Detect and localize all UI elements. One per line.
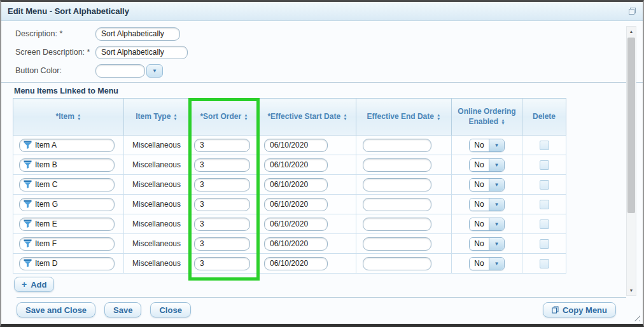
- column-header-item[interactable]: *Item▲▼: [13, 99, 124, 136]
- item-filter-icon[interactable]: [24, 141, 32, 150]
- chevron-down-icon: ▼: [489, 159, 504, 171]
- item-filter-icon[interactable]: [24, 160, 32, 169]
- table-row: Miscellaneous No▼: [13, 155, 566, 175]
- item-filter-icon[interactable]: [24, 239, 32, 248]
- start-date-input[interactable]: [264, 218, 328, 231]
- start-date-input[interactable]: [264, 198, 328, 211]
- description-input[interactable]: [95, 27, 180, 41]
- sort-order-input[interactable]: [194, 257, 250, 270]
- edit-menu-dialog: Edit Menu - Sort Alphabetically Descript…: [0, 0, 644, 327]
- end-date-input[interactable]: [363, 139, 431, 152]
- item-type-text: Miscellaneous: [132, 239, 181, 248]
- menu-properties-form: Description: * Screen Description: * But…: [1, 21, 643, 78]
- delete-checkbox[interactable]: [540, 160, 549, 170]
- add-button[interactable]: + Add: [14, 277, 54, 292]
- item-filter-icon[interactable]: [24, 259, 32, 268]
- table-row: Miscellaneous No▼: [13, 175, 566, 195]
- end-date-input[interactable]: [363, 178, 431, 191]
- copy-menu-button[interactable]: Copy Menu: [543, 302, 616, 317]
- sort-order-input[interactable]: [194, 158, 250, 172]
- chevron-down-icon: ▼: [489, 139, 504, 151]
- scroll-down-icon[interactable]: ▼: [627, 286, 636, 295]
- sort-icon: ▲▼: [77, 113, 81, 120]
- sort-icon: ▲▼: [343, 113, 347, 120]
- save-and-close-button[interactable]: Save and Close: [17, 302, 95, 317]
- chevron-down-icon: ▼: [489, 218, 504, 230]
- item-input[interactable]: [19, 178, 115, 191]
- online-ordering-select[interactable]: No▼: [469, 178, 505, 191]
- close-button[interactable]: Close: [150, 302, 190, 317]
- button-color-dropdown-button[interactable]: ▼: [146, 64, 163, 78]
- end-date-input[interactable]: [363, 218, 431, 231]
- footer-actions: Save and Close Save Close Copy Menu: [1, 302, 643, 317]
- menu-items-table: *Item▲▼ Item Type▲▼ *Sort Order▲▼ *Effec…: [13, 98, 566, 274]
- column-header-online-ordering[interactable]: Online Ordering Enabled▲▼: [452, 99, 522, 136]
- copy-icon: [552, 306, 559, 314]
- column-header-item-type[interactable]: Item Type▲▼: [124, 99, 190, 136]
- column-header-sort-order[interactable]: *Sort Order▲▼: [190, 99, 259, 136]
- plus-icon: +: [22, 280, 27, 289]
- start-date-input[interactable]: [264, 178, 328, 191]
- scroll-up-icon[interactable]: ▲: [627, 27, 636, 36]
- sort-order-input[interactable]: [194, 178, 250, 191]
- delete-checkbox[interactable]: [540, 219, 549, 229]
- sort-icon: ▲▼: [173, 113, 177, 120]
- button-color-field[interactable]: [95, 64, 145, 78]
- delete-checkbox[interactable]: [540, 239, 549, 249]
- item-input[interactable]: [19, 218, 115, 231]
- delete-checkbox[interactable]: [540, 141, 549, 150]
- start-date-input[interactable]: [264, 139, 328, 152]
- item-filter-icon[interactable]: [24, 180, 32, 189]
- start-date-input[interactable]: [264, 237, 328, 251]
- scrollbar-thumb[interactable]: [627, 38, 635, 213]
- start-date-input[interactable]: [264, 257, 328, 270]
- item-type-text: Miscellaneous: [132, 200, 181, 209]
- chevron-down-icon: ▼: [489, 238, 504, 250]
- column-header-end-date[interactable]: Effective End Date▲▼: [356, 99, 452, 136]
- column-header-start-date[interactable]: *Effective Start Date▲▼: [259, 99, 356, 136]
- menu-items-section-title: Menu Items Linked to Menu: [14, 87, 643, 95]
- maximize-icon[interactable]: [628, 7, 636, 15]
- online-ordering-select[interactable]: No▼: [469, 257, 505, 270]
- delete-checkbox[interactable]: [540, 259, 549, 268]
- sort-order-input[interactable]: [194, 237, 250, 251]
- item-type-text: Miscellaneous: [132, 219, 181, 228]
- sort-icon: ▲▼: [501, 118, 505, 125]
- footer-divider: [17, 297, 626, 298]
- screen-description-input[interactable]: [95, 46, 188, 59]
- item-input[interactable]: [19, 237, 115, 251]
- start-date-input[interactable]: [264, 158, 328, 172]
- end-date-input[interactable]: [363, 158, 431, 172]
- sort-order-input[interactable]: [194, 218, 250, 231]
- online-ordering-select[interactable]: No▼: [469, 218, 505, 231]
- save-button[interactable]: Save: [104, 302, 141, 317]
- section-divider: [1, 82, 643, 83]
- chevron-down-icon: ▼: [489, 179, 504, 191]
- sort-order-input[interactable]: [194, 139, 250, 152]
- vertical-scrollbar[interactable]: ▲ ▼: [626, 26, 636, 296]
- table-header-row: *Item▲▼ Item Type▲▼ *Sort Order▲▼ *Effec…: [13, 99, 566, 136]
- end-date-input[interactable]: [363, 257, 431, 270]
- sort-order-input[interactable]: [194, 198, 250, 211]
- table-row: Miscellaneous No▼: [13, 136, 566, 155]
- online-ordering-select[interactable]: No▼: [469, 237, 505, 251]
- online-ordering-select[interactable]: No▼: [469, 198, 505, 211]
- delete-checkbox[interactable]: [540, 200, 549, 209]
- item-input[interactable]: [19, 198, 115, 211]
- item-filter-icon[interactable]: [24, 219, 32, 228]
- delete-checkbox[interactable]: [540, 180, 549, 190]
- dialog-titlebar: Edit Menu - Sort Alphabetically: [1, 2, 643, 21]
- button-color-label: Button Color:: [15, 66, 95, 75]
- table-row: Miscellaneous No▼: [13, 195, 566, 214]
- end-date-input[interactable]: [363, 237, 431, 251]
- online-ordering-select[interactable]: No▼: [469, 139, 505, 152]
- table-row: Miscellaneous No▼: [13, 234, 566, 254]
- end-date-input[interactable]: [363, 198, 431, 211]
- item-input[interactable]: [19, 158, 115, 172]
- item-input[interactable]: [19, 139, 115, 152]
- item-input[interactable]: [19, 257, 115, 270]
- online-ordering-select[interactable]: No▼: [469, 158, 505, 172]
- sort-icon: ▲▼: [437, 113, 440, 120]
- table-row: Miscellaneous No▼: [13, 254, 566, 274]
- item-filter-icon[interactable]: [24, 200, 32, 209]
